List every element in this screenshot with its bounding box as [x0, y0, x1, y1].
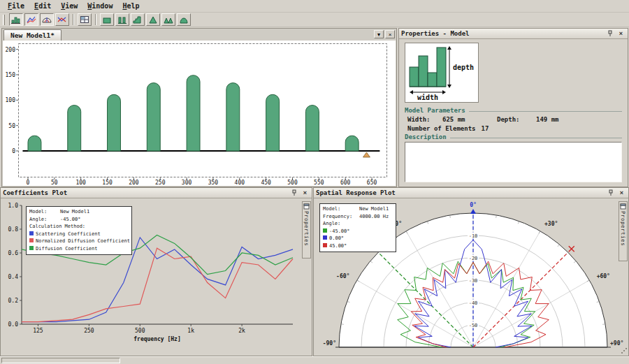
toolbar-model-view-button[interactable]: [9, 13, 23, 26]
legend-row: Scattering Coefficient: [29, 231, 129, 238]
dimensions-row: Width: 625 mm Depth: 149 mm: [407, 116, 622, 123]
coefficients-panel: Coefficients Plot × 0.00.20.40.60.81.012…: [0, 187, 312, 356]
close-button[interactable]: ×: [301, 189, 310, 197]
toolbar: [0, 13, 629, 27]
legend-row: Calculation Method:: [29, 223, 129, 231]
svg-text:1.0: 1.0: [8, 203, 19, 209]
elements-value: 17: [482, 125, 489, 132]
menu-window[interactable]: Window: [82, 1, 117, 10]
svg-text:650: 650: [367, 180, 377, 186]
menu-file[interactable]: File: [3, 1, 29, 10]
shape-triangle-icon: [148, 15, 158, 24]
menu-edit[interactable]: Edit: [29, 1, 56, 10]
svg-text:0°: 0°: [470, 202, 477, 208]
toolbar-shape-steps-button[interactable]: [131, 13, 145, 26]
svg-text:-20: -20: [469, 256, 478, 261]
svg-text:150: 150: [102, 180, 113, 186]
model-design-surface: 0501001502002503003504004505005506006500…: [3, 41, 396, 186]
svg-text:-50: -50: [469, 323, 478, 328]
pin-icon: [607, 189, 614, 196]
spatial-panel-header: Spatial Response Plot ×: [314, 188, 628, 198]
close-button[interactable]: ×: [617, 189, 626, 197]
legend-row: Angle:-45.00°: [29, 216, 129, 224]
toolbar-shape-block-button[interactable]: [100, 13, 114, 26]
toolbar-shape-arch-button[interactable]: [177, 13, 191, 26]
series-color-swatch: [323, 243, 327, 247]
application-window: File Edit View Window Help: [0, 0, 629, 364]
svg-text:-40: -40: [469, 300, 478, 306]
legend-row: 45.00°: [323, 242, 393, 250]
svg-text:-10: -10: [469, 233, 478, 239]
series-color-swatch: [29, 246, 34, 250]
document-menu-button[interactable]: ▾: [374, 30, 384, 38]
description-input[interactable]: [405, 142, 622, 182]
svg-text:200: 200: [129, 180, 139, 186]
svg-text:125: 125: [33, 328, 43, 334]
toolbar-drag-handle[interactable]: [3, 15, 5, 25]
pin-button[interactable]: [605, 29, 614, 38]
toolbar-shape-columns-button[interactable]: [115, 13, 129, 26]
pin-icon: [291, 189, 298, 196]
properties-collapsed-tab[interactable]: Properties: [302, 201, 311, 259]
pin-button[interactable]: [606, 189, 615, 197]
layout-grid-icon: [80, 15, 89, 24]
toolbar-separator: [73, 14, 74, 25]
pin-button[interactable]: [289, 189, 298, 197]
pin-icon: [607, 30, 614, 37]
svg-text:400: 400: [235, 180, 245, 186]
spatial-panel: Spatial Response Plot × -10-20-30-40-50-…: [313, 187, 629, 356]
coefficients-panel-header: Coefficients Plot ×: [1, 188, 312, 198]
svg-text:100: 100: [75, 180, 86, 186]
toolbar-compare-button[interactable]: [55, 13, 69, 26]
width-param-label: Width:: [407, 116, 442, 123]
svg-text:0: 0: [27, 180, 30, 186]
model-profile-chart[interactable]: 0501001502002503003504004505005506006500…: [4, 41, 396, 187]
polar-chart-icon: [42, 15, 52, 24]
legend-row: -45.00°: [323, 228, 393, 235]
shape-columns-icon: [117, 15, 127, 24]
legend-row: 0.00°: [323, 235, 393, 242]
document-controls: ▾ ×: [374, 30, 395, 38]
menu-view[interactable]: View: [56, 1, 82, 10]
status-bar: [0, 356, 629, 364]
svg-text:0.8: 0.8: [8, 226, 19, 233]
status-cell: [1, 358, 120, 363]
toolbar-spatial-view-button[interactable]: [40, 13, 54, 26]
toolbar-shape-triangle-button[interactable]: [146, 13, 160, 26]
svg-text:1k: 1k: [187, 328, 194, 334]
toolbar-shape-sawtooth-button[interactable]: [161, 13, 175, 26]
coefficients-legend: Model:New Model1 Angle:-45.00° Calculati…: [26, 206, 132, 255]
menu-help[interactable]: Help: [117, 1, 144, 10]
series-color-swatch: [323, 235, 327, 240]
depth-param-value: 149 mm: [536, 116, 559, 123]
compare-curves-icon: [57, 15, 67, 24]
toolbar-layout-button[interactable]: [78, 13, 92, 26]
close-button[interactable]: ×: [616, 29, 626, 38]
svg-text:200: 200: [6, 47, 16, 53]
svg-text:-90°: -90°: [323, 340, 336, 347]
description-heading: Description: [405, 133, 622, 140]
svg-text:0.0: 0.0: [8, 321, 19, 328]
width-depth-diagram: depth width: [405, 43, 478, 102]
series-color-swatch: [323, 228, 327, 233]
shape-block-icon: [102, 15, 112, 24]
resize-grip[interactable]: [621, 348, 627, 354]
document-tab[interactable]: New Model1*: [3, 29, 62, 41]
svg-text:+30°: +30°: [544, 221, 558, 227]
window-icon: [620, 203, 626, 210]
toolbar-separator: [95, 14, 96, 25]
svg-text:2k: 2k: [238, 328, 245, 334]
document-window: New Model1* ▾ × 050100150200250300350400…: [1, 28, 397, 187]
document-close-button[interactable]: ×: [385, 30, 395, 38]
svg-text:0.6: 0.6: [8, 250, 19, 256]
shape-steps-icon: [133, 15, 143, 24]
svg-text:50: 50: [51, 180, 58, 186]
model-parameters-heading: Model Parameters: [405, 107, 622, 114]
shape-arch-icon: [179, 15, 189, 24]
menu-bar: File Edit View Window Help: [0, 0, 629, 13]
svg-text:+60°: +60°: [597, 273, 610, 279]
toolbar-coefficients-view-button[interactable]: [24, 13, 38, 26]
svg-text:150: 150: [6, 72, 16, 78]
svg-text:500: 500: [287, 180, 298, 186]
properties-collapsed-tab[interactable]: Properties: [619, 201, 628, 261]
